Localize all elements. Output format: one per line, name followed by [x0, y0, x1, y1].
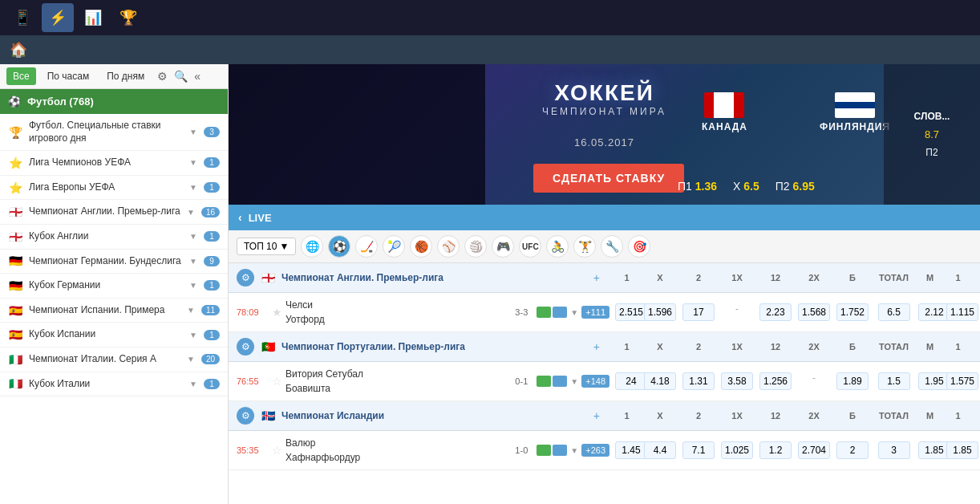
odd-0-0-0[interactable]: 2.515	[613, 302, 641, 323]
match-bar-btn-1-0[interactable]	[553, 376, 567, 387]
sidebar-item-8[interactable]: 🇪🇸 Кубок Испании ▼ 1	[0, 323, 228, 348]
match-bar-btn-2-0[interactable]	[553, 445, 567, 456]
match-star-1-0[interactable]: ☆	[272, 375, 282, 388]
top10-selector[interactable]: ТОП 10 ▼	[237, 238, 296, 255]
filter-extra2-icon[interactable]: 🔧	[601, 235, 623, 258]
nav-mobile-icon[interactable]: 📱	[6, 3, 38, 32]
sidebar-item-5[interactable]: 🇩🇪 Чемпионат Германии. Бундеслига ▼ 9	[0, 250, 228, 274]
filter-hockey-icon[interactable]: 🏒	[355, 235, 378, 258]
odd-2-0-4[interactable]: 1.2	[756, 440, 795, 461]
match-bar-btn-0-0[interactable]	[553, 307, 567, 318]
filter-tennis-icon[interactable]: 🎾	[383, 235, 405, 258]
odd-0-0-2[interactable]: 17	[679, 302, 718, 323]
sidebar-item-text-9: Чемпионат Италии. Серия А	[29, 353, 180, 366]
filter-soccer-icon[interactable]: ⚽	[328, 235, 350, 258]
banner-country3: СЛОВ...	[914, 111, 950, 122]
match-plus-0-0[interactable]: +111	[581, 306, 609, 319]
sidebar-item-text-2: Лига Европы УЕФА	[29, 181, 183, 194]
sidebar-item-0[interactable]: 🏆 Футбол. Специальные ставки игрового дн…	[0, 114, 228, 151]
filter-basketball-icon[interactable]: 🏀	[410, 235, 432, 258]
sidebar-item-9[interactable]: 🇮🇹 Чемпионат Италии. Серия А ▼ 20	[0, 348, 228, 372]
odd-2-0-1[interactable]: 4.4	[641, 440, 679, 461]
sidebar-flag-8: 🇪🇸	[8, 330, 22, 340]
league-sport-icon-0: ⚙	[237, 269, 254, 287]
filter-baseball-icon[interactable]: ⚾	[437, 235, 460, 258]
sidebar-item-6[interactable]: 🇩🇪 Кубок Германии ▼ 1	[0, 274, 228, 299]
odd-1-0-2[interactable]: 1.31	[679, 371, 718, 392]
home-icon[interactable]: 🏠	[10, 41, 27, 59]
odd-2-0-8[interactable]: 1.85	[916, 440, 944, 461]
odd-0-0-9[interactable]: 1.115	[944, 302, 972, 323]
odd-2-0-6[interactable]: 2	[833, 440, 872, 461]
league-add-1[interactable]: +	[593, 340, 600, 353]
odd-0-0-4[interactable]: 2.23	[756, 302, 795, 323]
odd-1-0-6[interactable]: 1.89	[833, 371, 872, 392]
filter-volleyball-icon[interactable]: 🏐	[464, 235, 487, 258]
odd-0-0-7[interactable]: 6.5	[872, 302, 916, 323]
odd-1-0-7[interactable]: 1.5	[872, 371, 916, 392]
odd-0-0-1[interactable]: 1.596	[641, 302, 679, 323]
match-mini-btns-0-0	[537, 307, 567, 318]
match-dropdown-1-0[interactable]: ▼	[570, 377, 578, 386]
match-dropdown-0-0[interactable]: ▼	[570, 308, 578, 317]
odd-1-0-4[interactable]: 1.256	[756, 371, 795, 392]
filter-cycling-icon[interactable]: 🚴	[546, 235, 569, 258]
filter-ufc-icon[interactable]: UFC	[519, 235, 541, 258]
sidebar-item-7[interactable]: 🇪🇸 Чемпионат Испании. Примера ▼ 11	[0, 299, 228, 323]
col-header-0-2: 2	[679, 273, 718, 282]
sidebar-item-10[interactable]: 🇮🇹 Кубок Италии ▼ 1	[0, 372, 228, 397]
match-star-2-0[interactable]: ☆	[272, 444, 282, 457]
tab-by-day[interactable]: По дням	[100, 67, 151, 85]
odd-2-0-9[interactable]: 1.85	[944, 440, 972, 461]
match-plus-2-0[interactable]: +263	[581, 444, 609, 457]
match-star-0-0[interactable]: ★	[272, 306, 282, 319]
filter-all-icon[interactable]: 🌐	[301, 235, 323, 258]
league-name-1: Чемпионат Португалии. Премьер-лига	[281, 341, 587, 352]
search-icon[interactable]: 🔍	[174, 70, 188, 83]
odd-2-0-2[interactable]: 7.1	[679, 440, 718, 461]
odd-1-0-3[interactable]: 3.58	[718, 371, 756, 392]
match-green-btn-0-0[interactable]	[537, 307, 551, 318]
league-add-0[interactable]: +	[593, 271, 600, 284]
odd-0-0-6[interactable]: 1.752	[833, 302, 872, 323]
filter-extra3-icon[interactable]: 🎯	[628, 235, 650, 258]
odd-1-0-8[interactable]: 1.95	[916, 371, 944, 392]
sidebar-item-2[interactable]: ⭐ Лига Европы УЕФА ▼ 1	[0, 176, 228, 201]
odd-1-0-1[interactable]: 4.18	[641, 371, 679, 392]
filter-extra1-icon[interactable]: 🏋	[573, 235, 596, 258]
banner-bet-button[interactable]: СДЕЛАТЬ СТАВКУ	[533, 164, 684, 193]
content-area: ХОККЕЙ ЧЕМПИОНАТ МИРА 16.05.2017 КАНАДА …	[229, 64, 980, 504]
odd-2-0-3[interactable]: 1.025	[718, 440, 756, 461]
tab-by-hour[interactable]: По часам	[41, 67, 95, 85]
filter-esports-icon[interactable]: 🎮	[492, 235, 514, 258]
sidebar-flag-4: 🏴󠁧󠁢󠁥󠁮󠁧󠁿	[8, 231, 22, 242]
league-sport-icon-1: ⚙	[237, 338, 254, 356]
match-green-btn-2-0[interactable]	[537, 445, 551, 456]
league-add-2[interactable]: +	[593, 409, 600, 422]
odd-2-0-0[interactable]: 1.45	[613, 440, 641, 461]
nav-live-icon[interactable]: ⚡	[42, 3, 74, 32]
live-title: LIVE	[249, 212, 272, 224]
odd-1-0-0[interactable]: 24	[613, 371, 641, 392]
odd-2-0-5[interactable]: 2.704	[795, 440, 833, 461]
odd-0-0-8[interactable]: 2.12	[916, 302, 944, 323]
match-mini-btns-2-0	[537, 445, 567, 456]
odd-0-0-5[interactable]: 1.568	[795, 302, 833, 323]
match-teams-0-0: Челси Уотфорд	[285, 298, 506, 327]
match-plus-1-0[interactable]: +148	[581, 375, 609, 388]
sidebar-item-3[interactable]: 🏴󠁧󠁢󠁥󠁮󠁧󠁿 Чемпионат Англии. Премьер-лига ▼…	[0, 200, 228, 225]
odd-2-0-7[interactable]: 3	[872, 440, 916, 461]
sidebar-item-1[interactable]: ⭐ Лига Чемпионов УЕФА ▼ 1	[0, 151, 228, 176]
odd-1-0-9[interactable]: 1.575	[944, 371, 972, 392]
match-dropdown-2-0[interactable]: ▼	[570, 446, 578, 455]
filter-icon[interactable]: ⚙	[157, 70, 168, 83]
sidebar-flag-3: 🏴󠁧󠁢󠁥󠁮󠁧󠁿	[8, 207, 22, 217]
tab-all[interactable]: Все	[6, 67, 36, 85]
nav-trophy-icon[interactable]: 🏆	[112, 3, 144, 32]
nav-stats-icon[interactable]: 📊	[77, 3, 109, 32]
match-green-btn-1-0[interactable]	[537, 376, 551, 387]
col-header-1-2: 2	[679, 342, 718, 352]
sidebar-item-4[interactable]: 🏴󠁧󠁢󠁥󠁮󠁧󠁿 Кубок Англии ▼ 1	[0, 225, 228, 250]
live-chevron-icon[interactable]: ‹	[238, 211, 242, 224]
collapse-icon[interactable]: «	[194, 70, 200, 83]
